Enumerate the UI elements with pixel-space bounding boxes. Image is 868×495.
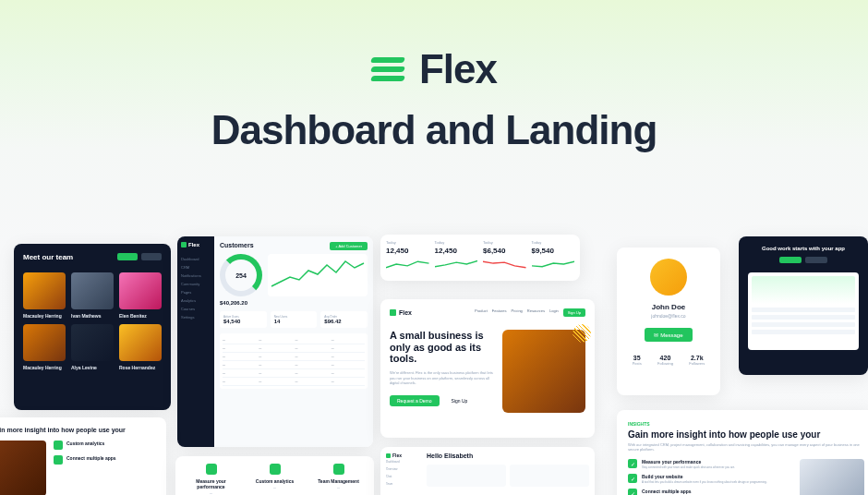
insight-title: Gain more insight into how people use yo… bbox=[628, 429, 864, 440]
team-buttons bbox=[117, 253, 162, 260]
sparkline bbox=[532, 257, 575, 268]
feature-icon bbox=[270, 464, 281, 475]
flex-logo-icon bbox=[386, 453, 391, 458]
cta-title: Good work starts with your app bbox=[748, 246, 859, 251]
sidebar-logo: Flex bbox=[181, 242, 211, 248]
overview-box bbox=[427, 465, 506, 487]
donut-chart: 254 bbox=[220, 254, 262, 296]
metric-value: $9,540 bbox=[532, 247, 575, 255]
request-demo-button[interactable]: Request a Demo bbox=[390, 395, 440, 406]
person-name: Ivan Mathews bbox=[71, 313, 114, 319]
stat-value: 14 bbox=[274, 319, 314, 324]
chart-preview bbox=[752, 276, 855, 304]
secondary-button[interactable] bbox=[805, 257, 827, 263]
small-business-hero-card: Flex Product Features Pricing Resources … bbox=[380, 299, 595, 438]
check-icon bbox=[54, 441, 63, 450]
secondary-button[interactable] bbox=[141, 253, 162, 260]
avatar bbox=[650, 259, 687, 296]
login-link[interactable]: Login bbox=[549, 308, 559, 317]
avatar[interactable] bbox=[23, 324, 66, 361]
app-preview bbox=[748, 272, 859, 350]
sidebar-item-crm[interactable]: CRM bbox=[181, 263, 211, 272]
metric-value: 12,450 bbox=[386, 247, 429, 255]
balance-box bbox=[510, 465, 589, 487]
sidebar-item-dashboard[interactable]: Dashboard bbox=[181, 255, 211, 263]
avatar[interactable] bbox=[71, 272, 114, 309]
avatar[interactable] bbox=[119, 272, 162, 309]
sidebar-item[interactable]: Chat bbox=[386, 473, 421, 480]
insight-title: Gain more insight into how people use yo… bbox=[0, 427, 157, 433]
sidebar-item-pages[interactable]: Pages bbox=[181, 288, 211, 296]
flex-logo-icon bbox=[371, 53, 404, 86]
sparkline bbox=[435, 257, 478, 268]
check-icon: ✓ bbox=[628, 489, 637, 495]
insight-image bbox=[800, 459, 864, 495]
page-subtitle: Dashboard and Landing bbox=[0, 107, 868, 153]
insight-left-card: Gain more insight into how people use yo… bbox=[0, 417, 166, 495]
sidebar-item-community[interactable]: Community bbox=[181, 280, 211, 288]
nav-product[interactable]: Product bbox=[475, 308, 488, 317]
nav-features[interactable]: Features bbox=[492, 308, 507, 317]
feature-icon bbox=[333, 464, 344, 475]
hero-description: We're different. Flex is the only saas b… bbox=[390, 370, 493, 386]
section-tag: Insights bbox=[628, 421, 864, 427]
sparkline bbox=[483, 257, 526, 268]
metrics-row-card: Today12,450 Today12,450 Today$6,540 Toda… bbox=[380, 235, 580, 281]
stat-value: $4,540 bbox=[223, 319, 263, 324]
nav-pricing[interactable]: Pricing bbox=[512, 308, 523, 317]
metric-value: 12,450 bbox=[435, 247, 478, 255]
signup-link[interactable]: Sign Up bbox=[444, 395, 476, 406]
check-icon bbox=[54, 455, 63, 465]
sidebar-item[interactable]: Team bbox=[386, 480, 421, 488]
person-name: Alya Levine bbox=[71, 365, 114, 370]
team-card: Meet our team Macauley Herring Ivan Math… bbox=[14, 244, 171, 410]
revenue-chart bbox=[268, 254, 368, 296]
profile-name: John Doe bbox=[624, 303, 713, 311]
signup-button[interactable]: Sign Up bbox=[563, 308, 585, 317]
insight-right-card: Insights Gain more insight into how peop… bbox=[617, 410, 868, 495]
stat-value: $96.42 bbox=[324, 319, 364, 324]
sidebar-item-settings[interactable]: Settings bbox=[181, 313, 211, 321]
sidebar-item[interactable]: Overview bbox=[386, 465, 421, 473]
brand-logo: Flex bbox=[371, 46, 497, 92]
total-revenue: $40,206.20 bbox=[220, 300, 368, 306]
message-button[interactable]: ✉ Message bbox=[645, 328, 692, 342]
customers-dashboard-card: Flex Dashboard CRM Notifications Communi… bbox=[177, 236, 373, 447]
add-customer-button[interactable]: + Add Customer bbox=[330, 242, 368, 250]
check-icon: ✓ bbox=[628, 474, 637, 483]
profile-card: John Doe johndoe@flex.co ✉ Message 35Pos… bbox=[617, 248, 720, 395]
dashboard2-card: Flex Dashboard Overview Chat Team Hello … bbox=[380, 447, 595, 495]
avatar[interactable] bbox=[71, 324, 114, 361]
customers-table: ———— ———— ———— ———— ———— ———— bbox=[220, 333, 368, 389]
dark-cta-card: Good work starts with your app bbox=[739, 236, 868, 375]
insight-desc: With our integrated CRM, project managem… bbox=[628, 442, 864, 452]
hero-heading: A small business is only as good as its … bbox=[390, 330, 493, 365]
feature-icon bbox=[206, 464, 217, 475]
avatar[interactable] bbox=[23, 272, 66, 309]
sparkline bbox=[386, 257, 429, 268]
metric-value: $6,540 bbox=[483, 247, 526, 255]
logo: Flex bbox=[390, 309, 412, 316]
sidebar-item-notifications[interactable]: Notifications bbox=[181, 272, 211, 280]
insight-image bbox=[0, 441, 46, 495]
avatar[interactable] bbox=[119, 324, 162, 361]
brand-name: Flex bbox=[419, 46, 497, 92]
sidebar-item-analytics[interactable]: Analytics bbox=[181, 296, 211, 305]
person-name: Macauley Herring bbox=[23, 365, 66, 370]
flex-logo-icon bbox=[181, 242, 187, 248]
person-name: Elen Benitez bbox=[119, 313, 162, 319]
person-name: Rose Hernandez bbox=[119, 365, 162, 370]
hero-image bbox=[502, 330, 585, 413]
primary-button[interactable] bbox=[117, 253, 138, 260]
primary-button[interactable] bbox=[779, 257, 802, 263]
greeting: Hello Elisabeth bbox=[427, 453, 589, 459]
flex-logo-icon bbox=[390, 309, 396, 316]
check-icon: ✓ bbox=[628, 459, 637, 468]
sidebar-item-courses[interactable]: Courses bbox=[181, 305, 211, 313]
sidebar-item[interactable]: Dashboard bbox=[386, 458, 421, 465]
person-name: Macauley Herring bbox=[23, 313, 66, 319]
nav-resources[interactable]: Resources bbox=[527, 308, 545, 317]
feature-trio-card: Measure your performance— Custom analyti… bbox=[175, 456, 374, 495]
profile-email: johndoe@flex.co bbox=[624, 313, 713, 319]
